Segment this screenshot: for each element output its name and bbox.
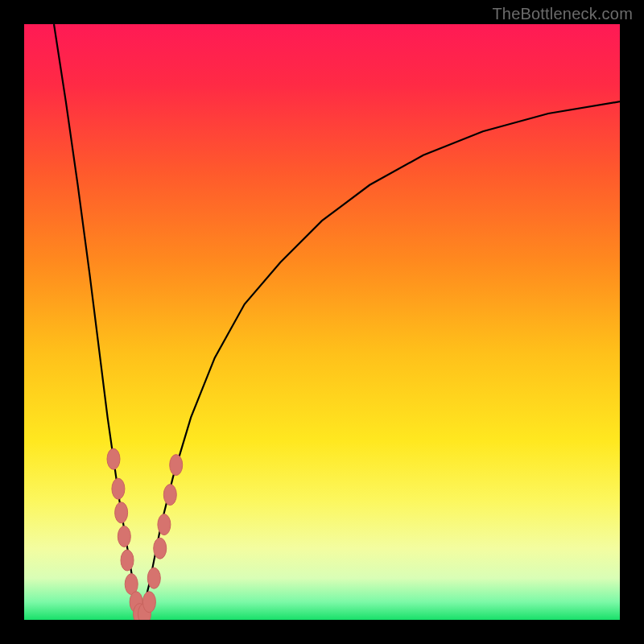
data-marker bbox=[115, 502, 128, 523]
data-marker bbox=[142, 592, 155, 613]
data-marker bbox=[163, 485, 176, 506]
data-marker bbox=[118, 526, 130, 547]
data-marker bbox=[154, 538, 167, 559]
marker-layer bbox=[24, 24, 620, 620]
data-marker bbox=[121, 550, 134, 571]
plot-area bbox=[24, 24, 620, 620]
data-marker bbox=[170, 455, 183, 476]
data-marker bbox=[107, 448, 120, 469]
data-marker bbox=[147, 568, 160, 588]
watermark-text: TheBottleneck.com bbox=[492, 5, 633, 23]
data-marker bbox=[112, 478, 125, 499]
outer-black-frame: TheBottleneck.com bbox=[0, 0, 644, 644]
data-marker bbox=[158, 514, 171, 535]
